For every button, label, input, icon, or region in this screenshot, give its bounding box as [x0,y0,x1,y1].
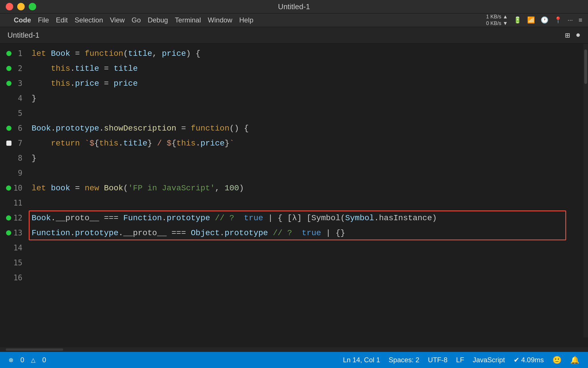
breakpoint-7[interactable] [6,141,11,146]
error-icon: ⊗ [9,356,13,363]
menubar: Code File Edit Selection View Go Debug T… [0,14,588,27]
clock-icon: 🕐 [541,16,548,24]
breakpoint-2[interactable] [6,66,11,71]
active-tab[interactable]: Untitled-1 [7,31,39,40]
maximize-button[interactable] [29,3,36,10]
line-number-10: 10 [13,184,22,192]
gutter-line-5: 5 [0,106,26,121]
menu-terminal[interactable]: Terminal [171,15,204,25]
code-line-13: Function.prototype.__proto__ === Object.… [26,225,583,240]
line-number-15: 15 [13,258,22,267]
horizontal-scrollbar[interactable] [0,347,588,352]
gutter-line-1: 1 [0,46,26,61]
gutter-line-7: 7 [0,136,26,151]
gutter-line-4: 4 [0,91,26,106]
code-line-1: let Book = function(title, price) { [26,46,583,61]
line-number-7: 7 [14,139,22,147]
indentation[interactable]: Spaces: 2 [389,356,419,364]
code-line-7: return `${this.title} / ${this.price}` [26,136,583,151]
line-number-1: 1 [14,49,22,58]
gutter-line-6: 6 [0,121,26,136]
code-content[interactable]: let Book = function(title, price) { this… [26,44,583,338]
scrollbar[interactable] [583,44,588,338]
code-line-6: Book.prototype.showDescription = functio… [26,121,583,136]
gutter-line-13: 13 [0,225,26,240]
language-mode[interactable]: JavaScript [473,356,505,364]
breakpoint-3[interactable] [6,81,11,86]
code-line-10: let book = new Book('FP in JavaScript', … [26,181,583,195]
window-title: Untitled-1 [278,2,310,11]
cursor-position[interactable]: Ln 14, Col 1 [343,356,380,364]
error-count: 0 [20,356,24,364]
split-editor-icon[interactable]: ⊞ [565,30,570,40]
selection-highlight: Book.__proto__ === Function.prototype //… [26,210,583,240]
gutter-line-3: 3 [0,76,26,91]
wifi-icon: 📶 [527,16,535,24]
code-line-2: this.title = title [26,61,583,76]
timing: ✔ 4.09ms [514,356,544,364]
battery-icon: 🔋 [514,16,521,24]
gutter-line-9: 9 [0,166,26,181]
breakpoint-6[interactable] [6,126,11,131]
line-number-11: 11 [13,199,22,207]
status-left: ⊗ 0 △ 0 [9,356,46,364]
breakpoint-10[interactable] [6,185,11,191]
find-my-icon: 📍 [554,16,562,24]
line-number-6: 6 [14,124,22,133]
breakpoint-13[interactable] [6,230,11,235]
gutter-line-8: 8 [0,151,26,166]
line-number-3: 3 [14,79,22,88]
bell-icon[interactable]: 🔔 [570,356,579,365]
minimize-button[interactable] [17,3,25,10]
code-line-4: } [26,91,583,106]
gutter-line-12: 12 [0,210,26,225]
more-icon: ··· [568,16,573,24]
breakpoint-12[interactable] [6,215,11,221]
tabbar: Untitled-1 ⊞ ● [0,27,588,44]
list-icon: ≡ [579,16,582,24]
titlebar: Untitled-1 [0,0,588,14]
line-ending[interactable]: LF [456,356,464,364]
gutter-line-10: 10 [0,181,26,195]
code-line-15 [26,255,583,270]
encoding[interactable]: UTF-8 [428,356,448,364]
line-number-4: 4 [14,94,22,103]
gutter-line-15: 15 [0,255,26,270]
menu-debug[interactable]: Debug [144,15,171,25]
gutter: 1 2 3 4 5 6 7 [0,44,26,338]
warning-icon: △ [31,356,35,363]
menu-view[interactable]: View [107,15,128,25]
smiley-icon[interactable]: 🙂 [552,356,562,365]
line-number-8: 8 [14,154,22,162]
menu-file[interactable]: File [34,15,53,25]
warning-count: 0 [42,356,46,364]
breakpoint-1[interactable] [6,51,11,56]
gutter-line-14: 14 [0,240,26,255]
menu-go[interactable]: Go [128,15,144,25]
line-number-9: 9 [14,169,22,177]
traffic-lights [6,3,36,10]
code-line-8: } [26,151,583,166]
line-number-16: 16 [13,273,22,282]
menu-help[interactable]: Help [236,15,257,25]
gutter-line-2: 2 [0,61,26,76]
menu-edit[interactable]: Edit [53,15,71,25]
menu-window[interactable]: Window [204,15,236,25]
line-number-2: 2 [14,64,22,73]
close-button[interactable] [6,3,13,10]
menubar-right-icons: 1 KB/s ▲0 KB/s ▼ 🔋 📶 🕐 📍 ··· ≡ [486,14,582,27]
menu-selection[interactable]: Selection [71,15,107,25]
code-line-12: Book.__proto__ === Function.prototype //… [26,210,583,225]
scrollbar-thumb[interactable] [584,49,587,84]
status-right: Ln 14, Col 1 Spaces: 2 UTF-8 LF JavaScri… [343,356,579,365]
gutter-line-16: 16 [0,270,26,285]
line-number-5: 5 [14,109,22,118]
settings-dot-icon[interactable]: ● [576,31,581,40]
editor-icons: ⊞ ● [565,30,581,40]
statusbar: ⊗ 0 △ 0 Ln 14, Col 1 Spaces: 2 UTF-8 LF … [0,352,588,368]
line-number-14: 14 [13,244,22,252]
menu-code[interactable]: Code [10,15,34,25]
code-line-14 [26,240,583,255]
network-speed: 1 KB/s ▲0 KB/s ▼ [486,14,508,27]
editor: 1 2 3 4 5 6 7 [0,44,588,338]
